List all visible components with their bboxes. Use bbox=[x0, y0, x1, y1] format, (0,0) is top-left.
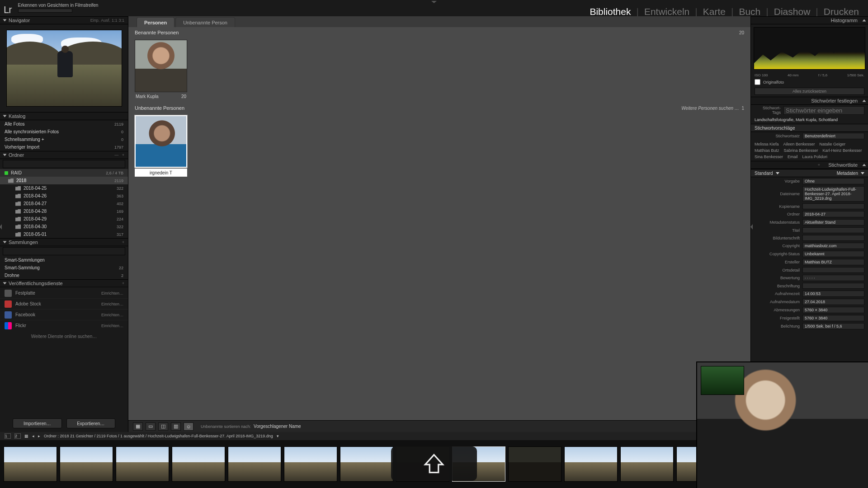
metadata-value[interactable]: 2018-04-27 bbox=[802, 211, 864, 217]
module-drucken[interactable]: Drucken bbox=[824, 6, 859, 17]
back-icon[interactable]: ◂ bbox=[32, 434, 34, 438]
metadata-value[interactable] bbox=[802, 227, 864, 233]
kw-existing[interactable]: Landschaftsfotografie, Mark Kupla, Schot… bbox=[751, 116, 868, 124]
metadata-value[interactable] bbox=[802, 203, 864, 209]
list-item[interactable]: Vorheriger Import1797 bbox=[0, 143, 128, 151]
metadata-value[interactable]: Unbekannt bbox=[802, 251, 864, 257]
filmstrip-thumb[interactable] bbox=[228, 446, 281, 482]
metadata-value[interactable]: 27.04.2018 bbox=[802, 299, 864, 305]
metadata-value[interactable]: 5760 × 3840 bbox=[802, 307, 864, 313]
module-diashow[interactable]: Diashow bbox=[774, 6, 811, 17]
navigator-preview[interactable] bbox=[6, 30, 122, 107]
filmstrip-thumb[interactable] bbox=[508, 446, 561, 482]
publish-setup[interactable]: Einrichten… bbox=[101, 291, 123, 296]
list-item[interactable]: 2018-04-25322 bbox=[0, 184, 128, 192]
kw-suggestions-header[interactable]: Stichwortvorschläge bbox=[751, 124, 868, 132]
module-entwickeln[interactable]: Entwickeln bbox=[644, 6, 689, 17]
katalog-header[interactable]: Katalog bbox=[0, 112, 128, 120]
metadata-value[interactable]: matthiasbutz.com bbox=[802, 243, 864, 249]
ordner-header[interactable]: Ordner— + bbox=[0, 151, 128, 159]
keywording-header[interactable]: Stichwörter festlegen bbox=[751, 97, 868, 105]
list-item[interactable]: Smart-Sammlung22 bbox=[0, 264, 128, 272]
list-item[interactable]: Drohne2 bbox=[0, 272, 128, 279]
named-persons-header[interactable]: Benannte Personen 20 bbox=[128, 27, 750, 36]
nav-fit[interactable]: Einp. bbox=[90, 18, 100, 23]
filmstrip-thumb[interactable] bbox=[60, 446, 113, 482]
folder-filter-input[interactable] bbox=[3, 160, 125, 168]
list-item[interactable]: 2018-04-30322 bbox=[0, 223, 128, 230]
kw-suggestion[interactable]: Aileen Benkesser bbox=[783, 142, 815, 146]
unnamed-more-link[interactable]: Weitere Personen suchen … bbox=[681, 106, 739, 111]
list-item[interactable]: 2018-05-01317 bbox=[0, 230, 128, 238]
grid-icon[interactable]: ▦ bbox=[24, 434, 28, 438]
kw-suggestion[interactable]: Melissa Kiefa bbox=[755, 142, 779, 146]
tab-unbenannte[interactable]: Unbenannte Person bbox=[175, 17, 235, 27]
collection-filter-input[interactable] bbox=[3, 247, 125, 255]
publish-setup[interactable]: Einrichten… bbox=[101, 324, 123, 328]
unnamed-face[interactable] bbox=[135, 115, 187, 177]
module-karte[interactable]: Karte bbox=[703, 6, 726, 17]
volume-row[interactable]: RAID 2,6 / 4 TB bbox=[0, 169, 128, 177]
histogram-header[interactable]: Histogramm bbox=[751, 16, 868, 24]
keywordlist-header[interactable]: + Stichwortliste bbox=[751, 161, 868, 169]
metadata-value[interactable] bbox=[802, 283, 864, 289]
navigator-header[interactable]: Navigator Einp. Ausf. 1:1 3:1 bbox=[0, 16, 128, 24]
list-item[interactable]: 2018-04-28169 bbox=[0, 207, 128, 215]
chevron-down-icon[interactable]: ▾ bbox=[277, 434, 279, 438]
nav-1to1[interactable]: 1:1 bbox=[112, 18, 118, 23]
publish-service[interactable]: FestplatteEinrichten… bbox=[0, 287, 128, 298]
histogram[interactable] bbox=[754, 27, 865, 70]
secondary-display-2-icon[interactable]: 2 bbox=[14, 433, 21, 439]
collapse-left-icon[interactable] bbox=[0, 224, 2, 230]
kw-tags-input[interactable] bbox=[783, 106, 864, 115]
metadata-value[interactable] bbox=[802, 267, 864, 273]
publish-service[interactable]: Adobe StockEinrichten… bbox=[0, 298, 128, 309]
import-button[interactable]: Importieren… bbox=[13, 418, 62, 428]
named-face-stack[interactable]: Mark Kupla20 bbox=[135, 40, 187, 99]
face-thumb-selected[interactable] bbox=[135, 115, 187, 168]
reset-all-button[interactable]: Alles zurücksetzen bbox=[755, 88, 864, 95]
list-item[interactable]: Alle Fotos2119 bbox=[0, 120, 128, 128]
module-bibliothek[interactable]: Bibliothek bbox=[590, 6, 631, 17]
metadata-preset-bar[interactable]: Standard Metadaten bbox=[751, 169, 868, 177]
forward-icon[interactable]: ▸ bbox=[38, 434, 40, 438]
filmstrip-thumb[interactable] bbox=[564, 446, 618, 482]
face-thumb[interactable] bbox=[135, 40, 187, 92]
tab-personen[interactable]: Personen bbox=[137, 17, 175, 27]
filmstrip-thumb[interactable] bbox=[284, 446, 337, 482]
view-compare-icon[interactable]: ◫ bbox=[158, 422, 168, 431]
filmstrip-thumb[interactable] bbox=[620, 446, 674, 482]
metadata-value[interactable]: 5760 × 3840 bbox=[802, 315, 864, 321]
view-survey-icon[interactable]: ▥ bbox=[171, 422, 181, 431]
sammlungen-header[interactable]: Sammlungen+ bbox=[0, 238, 128, 246]
metadata-value[interactable]: Hochzeit-Ludwigshafen-Full-Benkesser-27.… bbox=[802, 186, 864, 202]
filmstrip-thumb[interactable] bbox=[172, 446, 225, 482]
metadata-value[interactable]: Matthias BUTZ bbox=[802, 259, 864, 265]
face-name-input[interactable] bbox=[135, 169, 187, 177]
collapse-top-icon[interactable] bbox=[431, 1, 437, 3]
metadata-value[interactable]: Ohne bbox=[802, 178, 864, 184]
publish-service[interactable]: FacebookEinrichten… bbox=[0, 309, 128, 320]
export-button[interactable]: Exportieren… bbox=[66, 418, 116, 428]
kw-suggestion[interactable]: Natalie Geiger bbox=[820, 142, 846, 146]
unnamed-persons-header[interactable]: Unbenannte Personen Weitere Personen suc… bbox=[128, 103, 750, 112]
list-item[interactable]: 2018-04-29224 bbox=[0, 215, 128, 223]
list-item[interactable]: 2018-04-26363 bbox=[0, 192, 128, 200]
filmstrip-thumb[interactable] bbox=[4, 446, 57, 482]
view-loupe-icon[interactable]: ▭ bbox=[146, 422, 156, 431]
kw-set-value[interactable]: Benutzerdefiniert bbox=[802, 133, 864, 139]
filmstrip-thumb[interactable] bbox=[116, 446, 169, 482]
list-item[interactable]: Alle synchronisierten Fotos0 bbox=[0, 128, 128, 136]
list-item[interactable]: Smart-Sammlungen bbox=[0, 256, 128, 264]
kw-suggestion[interactable]: Laura Polidori bbox=[802, 155, 828, 159]
view-grid-icon[interactable]: ▦ bbox=[133, 422, 143, 431]
breadcrumb[interactable]: Ordner : 2018 21 Gesichter / 2119 Fotos … bbox=[44, 434, 273, 438]
publish-setup[interactable]: Einrichten… bbox=[101, 313, 123, 317]
kw-suggestion[interactable]: Sina Benkesser bbox=[755, 155, 783, 159]
list-item[interactable]: 2018-04-27402 bbox=[0, 200, 128, 207]
nav-3to1[interactable]: 3:1 bbox=[118, 18, 124, 23]
sort-value[interactable]: Vorgeschlagener Name bbox=[254, 424, 301, 429]
metadata-value[interactable]: 14:00:53 bbox=[802, 291, 864, 297]
nav-fill[interactable]: Ausf. bbox=[101, 18, 110, 23]
metadata-value[interactable] bbox=[802, 235, 864, 241]
